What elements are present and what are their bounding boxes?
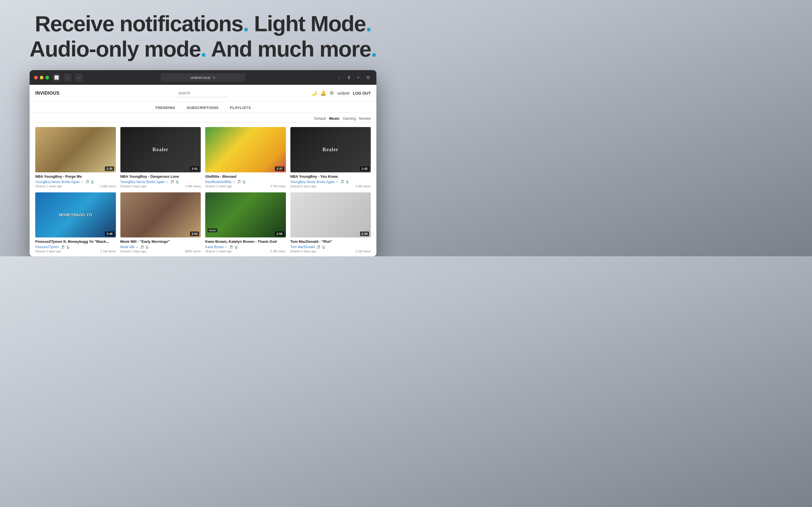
- notifications-icon[interactable]: 🔔: [320, 90, 326, 96]
- video-card-6[interactable]: 3:54 Meek Mill - "Early Mornings" Meek M…: [120, 192, 201, 253]
- video-shared-6: Shared 2 days ago: [120, 249, 146, 253]
- video-channel-2[interactable]: YoungBoy Never Broke Again: [120, 180, 165, 184]
- dot4: .: [371, 37, 377, 61]
- dark-mode-icon[interactable]: 🌙: [311, 90, 317, 96]
- video-meta-6: Shared 2 days ago 900K views: [120, 249, 201, 253]
- video-card-1[interactable]: 2:35 NBA YoungBoy - Purge Me YoungBoy Ne…: [35, 127, 116, 187]
- audio-icon-5[interactable]: 🎵: [61, 245, 65, 249]
- video-meta-1: Shared 1 week ago 4.8M views: [35, 184, 116, 188]
- rss-icon-1[interactable]: 📡: [91, 180, 94, 184]
- video-thumb-1: 2:35: [35, 127, 116, 172]
- hero-line2: Audio-only mode. And much more.: [30, 37, 377, 61]
- rss-icon-7[interactable]: 📡: [234, 245, 238, 249]
- video-duration-8: 2:39: [360, 231, 369, 236]
- video-channel-row-4: YoungBoy Never Broke Again ✓ 🎵 📡: [290, 180, 371, 184]
- sidebar-toggle-button[interactable]: ⬜: [52, 73, 60, 81]
- cat-default[interactable]: Default: [314, 116, 326, 121]
- video-shared-7: Shared 1 week ago: [205, 249, 232, 253]
- audio-icon-3[interactable]: 🎵: [237, 180, 241, 184]
- forward-button[interactable]: ›: [75, 73, 83, 81]
- rss-icon-6[interactable]: 📡: [145, 245, 149, 249]
- nav-trending[interactable]: TRENDING: [155, 106, 175, 113]
- audio-icon-1[interactable]: 🎵: [86, 180, 89, 184]
- audio-icon-7[interactable]: 🎵: [229, 245, 233, 249]
- rss-icon-3[interactable]: 📡: [242, 180, 246, 184]
- video-channel-row-6: Meek Mill ✓ 🎵 📡: [120, 245, 201, 249]
- minimize-button[interactable]: [40, 76, 43, 79]
- refresh-icon[interactable]: ↻: [213, 75, 216, 80]
- video-meta-4: Shared 5 days ago 1.4M views: [290, 184, 371, 188]
- new-tab-button[interactable]: +: [354, 73, 362, 81]
- video-channel-7[interactable]: Kane Brown: [205, 245, 223, 249]
- close-button[interactable]: [34, 76, 38, 79]
- hero-section: Receive notifications. Light Mode. Audio…: [0, 0, 406, 70]
- nav-playlists[interactable]: PLAYLISTS: [230, 106, 251, 113]
- video-card-3[interactable]: 3:37 GloRilla - Blessed theofficialGloRi…: [205, 127, 286, 187]
- video-channel-row-8: Tom MacDonald 🎵 📡: [290, 245, 371, 249]
- video-channel-row-3: theofficialGloRilla ✓ 🎵 📡: [205, 180, 286, 184]
- video-duration-7: 2:56: [275, 231, 284, 236]
- nav-subscriptions[interactable]: SUBSCRIPTIONS: [187, 106, 218, 113]
- video-card-8[interactable]: 2:39 Tom MacDonald - "Riot" Tom MacDonal…: [290, 192, 371, 253]
- cat-gaming[interactable]: Gaming: [343, 116, 356, 121]
- video-shared-8: Shared 4 days ago: [290, 249, 316, 253]
- rss-icon-8[interactable]: 📡: [322, 245, 326, 249]
- video-title-1: NBA YoungBoy - Purge Me: [35, 174, 116, 179]
- video-channel-4[interactable]: YoungBoy Never Broke Again: [290, 180, 335, 184]
- verified-badge-6: ✓: [136, 245, 138, 249]
- audio-icon-2[interactable]: 🎵: [170, 180, 174, 184]
- dot3: .: [201, 37, 206, 61]
- back-button[interactable]: ‹: [64, 73, 71, 81]
- video-channel-6[interactable]: Meek Mill: [120, 245, 135, 249]
- browser-chrome: ⬜ ‹ › umbrel.local ↻ ↓ ⬆ + ⧉: [30, 70, 376, 85]
- verified-badge-7: ✓: [225, 245, 227, 249]
- video-shared-4: Shared 5 days ago: [290, 184, 316, 188]
- search-bar[interactable]: [177, 89, 229, 97]
- video-channel-3[interactable]: theofficialGloRilla: [205, 180, 232, 184]
- video-thumb-5: MONEYBAGG YO 3:49: [35, 192, 116, 238]
- share-button[interactable]: ⬆: [345, 73, 353, 81]
- maximize-button[interactable]: [45, 76, 49, 79]
- cat-music[interactable]: Music: [329, 116, 340, 121]
- audio-icon-8[interactable]: 🎵: [317, 245, 320, 249]
- download-button[interactable]: ↓: [335, 73, 343, 81]
- rss-icon-2[interactable]: 📡: [175, 180, 179, 184]
- settings-icon[interactable]: ⚙: [329, 90, 334, 96]
- video-channel-row-1: YoungBoy Never Broke Again ✓ 🎵 📡: [35, 180, 116, 184]
- username-display: umbrel: [337, 91, 349, 96]
- video-channel-5[interactable]: Finesse2Tymes: [35, 245, 59, 249]
- address-bar[interactable]: umbrel.local ↻: [161, 73, 245, 82]
- verified-badge-3: ✓: [233, 180, 235, 183]
- video-title-7: Kane Brown, Katelyn Brown - Thank God: [205, 239, 286, 244]
- category-filter: Default Music Gaming Movies: [30, 113, 376, 122]
- video-views-2: 1.8M views: [185, 184, 201, 188]
- rss-icon-5[interactable]: 📡: [66, 245, 70, 249]
- video-meta-2: Shared 5 days ago 1.8M views: [120, 184, 201, 188]
- invidious-logo: INVIDIOUS: [35, 91, 59, 96]
- channel-icons-4: 🎵 📡: [340, 180, 349, 184]
- video-channel-row-2: YoungBoy Never Broke Again ✓ 🎵 📡: [120, 180, 201, 184]
- logout-button[interactable]: LOG OUT: [353, 91, 371, 96]
- search-input[interactable]: [177, 89, 229, 97]
- verified-badge-1: ✓: [81, 180, 84, 183]
- video-thumb-2: Realer 3:52: [120, 127, 201, 172]
- hero-line1: Receive notifications. Light Mode.: [35, 11, 371, 36]
- video-title-2: NBA YoungBoy - Dangerous Love: [120, 174, 201, 179]
- video-shared-1: Shared 1 week ago: [35, 184, 62, 188]
- channel-icons-2: 🎵 📡: [170, 180, 179, 184]
- thumb-overlay-2: Realer: [120, 127, 201, 172]
- video-card-2[interactable]: Realer 3:52 NBA YoungBoy - Dangerous Lov…: [120, 127, 201, 187]
- video-card-5[interactable]: MONEYBAGG YO 3:49 Finesse2Tymes ft. Mone…: [35, 192, 116, 253]
- channel-icons-1: 🎵 📡: [86, 180, 94, 184]
- tabs-button[interactable]: ⧉: [364, 73, 372, 81]
- cat-movies[interactable]: Movies: [359, 116, 371, 121]
- rss-icon-4[interactable]: 📡: [345, 180, 349, 184]
- audio-icon-4[interactable]: 🎵: [340, 180, 344, 184]
- audio-icon-6[interactable]: 🎵: [140, 245, 144, 249]
- video-card-4[interactable]: Realer 2:42 NBA YoungBoy - You Knew Youn…: [290, 127, 371, 187]
- video-thumb-6: 3:54: [120, 192, 201, 238]
- video-views-3: 3.7M views: [270, 184, 286, 188]
- video-card-7[interactable]: vevo 2:56 Kane Brown, Katelyn Brown - Th…: [205, 192, 286, 253]
- video-channel-1[interactable]: YoungBoy Never Broke Again: [35, 180, 80, 184]
- video-channel-8[interactable]: Tom MacDonald: [290, 245, 315, 249]
